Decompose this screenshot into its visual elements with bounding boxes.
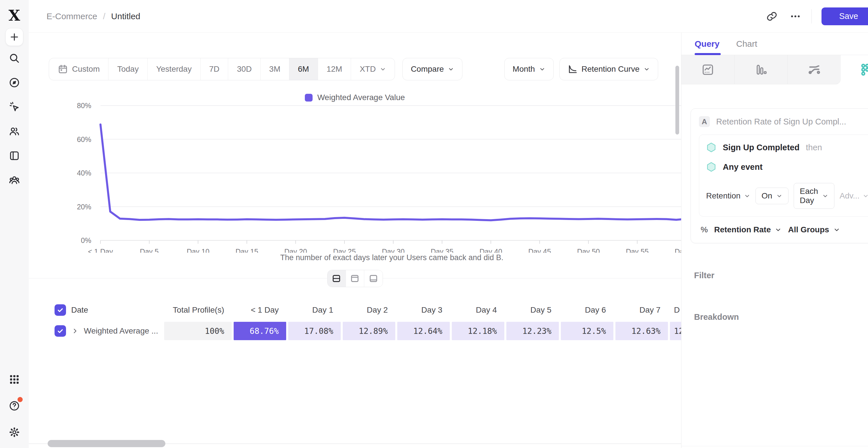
chevron-down-icon — [539, 66, 546, 72]
table-cell[interactable]: 68.76% — [234, 322, 286, 340]
row-label: Weighted Average ... — [84, 326, 158, 336]
column-header[interactable]: Day 1 — [288, 301, 341, 319]
on-dropdown[interactable]: On — [755, 187, 788, 204]
report-type-insights[interactable] — [681, 55, 735, 84]
bucket-dropdown[interactable]: Each Day — [794, 183, 834, 209]
tab-chart[interactable]: Chart — [736, 33, 757, 55]
range-today[interactable]: Today — [108, 58, 148, 80]
table-cell[interactable]: 12.63% — [615, 322, 668, 340]
chart-style-dropdown[interactable]: Retention Curve — [559, 58, 658, 80]
range-7d[interactable]: 7D — [200, 58, 228, 80]
table-cell[interactable]: 17.08% — [288, 322, 341, 340]
range-xtd-dropdown[interactable]: XTD — [351, 58, 395, 80]
apps-button[interactable] — [5, 371, 23, 388]
column-header[interactable]: Day 3 — [397, 301, 450, 319]
check-icon — [57, 327, 64, 335]
discover-button[interactable] — [5, 74, 23, 92]
svg-text:Day 30: Day 30 — [382, 247, 404, 253]
funnels-icon — [754, 63, 768, 76]
toggle-chart-only-view[interactable] — [346, 270, 364, 287]
copy-link-button[interactable] — [764, 9, 779, 24]
retention-chart-svg: 0%20%40%60%80%< 1 DayDay 5Day 10Day 15Da… — [46, 102, 681, 253]
range-yesterday[interactable]: Yesterday — [148, 58, 200, 80]
legend-item[interactable]: Weighted Average Value — [305, 93, 405, 102]
cohorts-button[interactable] — [5, 171, 23, 189]
svg-text:60%: 60% — [77, 135, 91, 143]
users-button[interactable] — [5, 123, 23, 140]
column-header[interactable]: Day 5 — [506, 301, 559, 319]
query-badge: A — [699, 116, 710, 127]
column-header[interactable]: < 1 Day — [234, 301, 286, 319]
flows-icon — [807, 63, 820, 76]
report-type-retention-selected[interactable] — [841, 55, 868, 84]
horizontal-scrollbar-thumb[interactable] — [48, 440, 165, 447]
column-header[interactable]: D — [670, 301, 681, 319]
range-30d[interactable]: 30D — [228, 58, 260, 80]
table-top-icon — [350, 274, 360, 283]
range-12m[interactable]: 12M — [318, 58, 351, 80]
chevron-down-icon — [644, 66, 650, 72]
svg-text:Day 5: Day 5 — [140, 247, 158, 253]
row-expander[interactable] — [71, 327, 79, 335]
user-group-icon — [9, 174, 20, 186]
column-header[interactable]: Total Profile(s) — [164, 301, 231, 319]
hexagon-icon — [706, 142, 716, 152]
save-button[interactable]: Save — [822, 7, 868, 25]
query-title[interactable]: Retention Rate of Sign Up Compl... — [716, 117, 846, 127]
compass-icon — [9, 77, 20, 88]
compare-dropdown[interactable]: Compare — [402, 58, 462, 80]
table-cell[interactable]: 12. — [670, 322, 681, 340]
table-cell[interactable]: 100% — [164, 322, 231, 340]
measure-dropdown[interactable]: Retention Rate — [714, 225, 782, 234]
events-button[interactable] — [5, 98, 23, 116]
report-type-flows[interactable] — [787, 55, 841, 84]
row-checkbox[interactable] — [55, 325, 66, 337]
range-6m-selected[interactable]: 6M — [289, 58, 318, 80]
breadcrumb-project[interactable]: E-Commerce — [46, 11, 97, 21]
retention-type-dropdown[interactable]: Retention — [706, 191, 750, 201]
report-toolbar: Custom Today Yesterday 7D 30D 3M 6M 12M … — [49, 58, 658, 80]
range-3m[interactable]: 3M — [260, 58, 289, 80]
search-button[interactable] — [5, 49, 23, 67]
groups-dropdown[interactable]: All Groups — [788, 225, 840, 234]
chevron-down-icon — [863, 193, 868, 199]
event-row-b[interactable]: Any event — [706, 162, 868, 172]
breadcrumb-separator: / — [103, 11, 105, 21]
table-cell[interactable]: 12.5% — [561, 322, 613, 340]
query-events-box: Sign Up Completed then Any event Retenti… — [699, 135, 868, 216]
granularity-dropdown[interactable]: Month — [504, 58, 554, 80]
settings-button[interactable] — [5, 423, 23, 441]
tab-query[interactable]: Query — [694, 33, 720, 55]
toggle-table-only-view[interactable] — [364, 270, 383, 287]
boards-button[interactable] — [5, 147, 23, 165]
table-cell[interactable]: 12.18% — [452, 322, 504, 340]
toggle-split-view[interactable] — [328, 270, 346, 287]
report-title[interactable]: Untitled — [111, 11, 141, 21]
column-header[interactable]: Day 2 — [343, 301, 395, 319]
vertical-scrollbar-thumb[interactable] — [675, 66, 679, 135]
column-header[interactable]: Day 7 — [615, 301, 668, 319]
mixpanel-logo: X — [9, 6, 20, 24]
table-cell[interactable]: 12.23% — [506, 322, 559, 340]
range-custom[interactable]: Custom — [49, 58, 108, 80]
more-menu-button[interactable] — [788, 9, 803, 24]
breakdown-section: Breakdown — [694, 312, 868, 322]
select-all-checkbox[interactable] — [55, 304, 66, 316]
table-cell[interactable]: 12.89% — [343, 322, 395, 340]
column-header[interactable]: Day 6 — [561, 301, 613, 319]
table-cell[interactable]: 12.64% — [397, 322, 450, 340]
svg-text:Day 35: Day 35 — [431, 247, 453, 253]
report-type-funnels[interactable] — [735, 55, 787, 84]
left-sidebar: X — [0, 0, 29, 448]
link-icon — [766, 11, 778, 22]
report-type-selector — [681, 55, 868, 84]
svg-text:Day 10: Day 10 — [187, 247, 209, 253]
help-button[interactable] — [5, 397, 23, 415]
advanced-dropdown[interactable]: Adv... — [840, 191, 868, 201]
column-header[interactable]: Day 4 — [452, 301, 504, 319]
retention-line — [100, 125, 681, 220]
event-row-a[interactable]: Sign Up Completed then — [706, 142, 868, 152]
create-button[interactable] — [5, 28, 23, 46]
retention-chart: 0%20%40%60%80%< 1 DayDay 5Day 10Day 15Da… — [46, 102, 681, 262]
chevron-down-icon — [833, 226, 840, 233]
